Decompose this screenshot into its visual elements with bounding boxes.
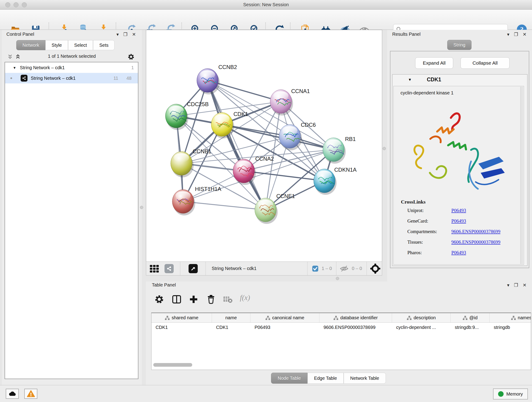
column-header-description[interactable]: description — [392, 313, 451, 322]
network-collection-label: String Network – cdk1 — [20, 65, 65, 70]
panel-close-icon[interactable]: ✕ — [132, 32, 136, 37]
delete-column-button[interactable] — [206, 294, 216, 305]
column-header-@id[interactable]: @id — [451, 313, 490, 322]
table-cell-description[interactable]: cyclin-dependent ... — [392, 325, 451, 330]
panel-collapse-icon[interactable]: ▾ — [116, 32, 119, 37]
panel-close-icon[interactable]: ✕ — [523, 32, 526, 37]
network-node-CCNB1[interactable]: CCNB1 — [171, 148, 211, 177]
network-view-toolbar: String Network – cdk1 1 – 0 0 – 0 — [146, 262, 382, 275]
crosslink-label: Uniprot: — [407, 208, 424, 213]
network-node-CDC25B[interactable]: CDC25B — [165, 101, 209, 130]
panel-float-icon[interactable]: ❐ — [514, 32, 518, 37]
panel-float-icon[interactable]: ❐ — [123, 32, 127, 37]
network-node-CCNB2[interactable]: CCNB2 — [197, 64, 237, 95]
crosslink-link[interactable]: P06493 — [451, 218, 466, 224]
network-node-CCNE1[interactable]: CCNE1 — [255, 193, 295, 224]
left-splitter-handle[interactable] — [140, 206, 143, 209]
gene-details: cyclin-dependent kinase 1 — [393, 86, 524, 265]
add-column-button[interactable] — [189, 294, 199, 305]
selected-checkbox-icon[interactable] — [312, 265, 318, 272]
network-node-CDK1[interactable]: CDK1 — [211, 111, 248, 138]
tab-sets[interactable]: Sets — [93, 40, 114, 50]
column-header-shared-name[interactable]: shared name — [152, 313, 212, 322]
tab-select[interactable]: Select — [68, 40, 93, 50]
network-node-RB1[interactable]: RB1 — [323, 136, 356, 164]
shared-column-icon — [462, 316, 468, 320]
hidden-count: 0 – 0 — [352, 266, 362, 271]
bottom-splitter-handle[interactable] — [336, 277, 339, 280]
node-count: 11 — [114, 76, 118, 81]
tab-edge-table[interactable]: Edge Table — [307, 373, 344, 384]
crosshair-icon[interactable] — [370, 263, 380, 274]
edge-count: 48 — [127, 76, 132, 81]
apply-function-button[interactable]: f(x) — [240, 293, 250, 302]
expand-all-button[interactable]: Expand All — [415, 57, 453, 69]
panel-float-icon[interactable]: ❐ — [514, 282, 518, 288]
column-header-name[interactable]: name — [212, 313, 250, 322]
table-cell-database-identifier[interactable]: 9606.ENSP00000378699 — [319, 325, 392, 330]
gear-icon[interactable] — [127, 53, 135, 61]
show-columns-button[interactable] — [172, 294, 182, 305]
gene-section: ▼ CDK1 cyclin-dependent kinase 1 — [392, 74, 527, 266]
network-graph[interactable]: CCNB2CCNA1CDC25BCDK1CDC6RB1CCNB1CCNA2CDK… — [146, 30, 382, 261]
column-header-namespace[interactable]: namespace — [490, 313, 531, 322]
network-node-CDKN1A[interactable]: CDKN1A — [314, 167, 356, 195]
tab-network[interactable]: Network — [16, 40, 45, 50]
crosslink-link[interactable]: P06493 — [451, 250, 466, 255]
node-table: shared namenamecanonical namedatabase id… — [151, 313, 531, 370]
crosslink-link[interactable]: P06493 — [451, 208, 466, 213]
table-cell-shared-name[interactable]: CDK1 — [152, 325, 212, 330]
table-cell-name[interactable]: CDK1 — [212, 325, 250, 330]
table-cell-namespace[interactable]: stringdb — [490, 325, 531, 330]
section-expander-icon[interactable]: ▼ — [408, 78, 412, 82]
collapse-all-button[interactable]: Collapse All — [461, 57, 510, 69]
network-view-canvas[interactable]: CCNB2CCNA1CDC25BCDK1CDC6RB1CCNB1CCNA2CDK… — [146, 30, 382, 262]
network-share-view-icon[interactable] — [165, 264, 174, 273]
panel-close-icon[interactable]: ✕ — [523, 282, 526, 288]
tab-node-table[interactable]: Node Table — [271, 373, 307, 384]
memory-button[interactable]: Memory — [493, 389, 528, 400]
panel-collapse-icon[interactable]: ▾ — [507, 32, 509, 37]
crosslinks-list: Uniprot:P06493GeneCard:P06493Compartment… — [407, 208, 517, 260]
network-row[interactable]: ● String Network – cdk1 11 48 — [5, 73, 138, 83]
crosslink-link[interactable]: 9606.ENSP00000378699 — [451, 229, 500, 235]
title-bar: Session: New Session — [0, 0, 532, 10]
horizontal-scrollbar[interactable] — [153, 363, 192, 367]
hidden-eye-slash-icon[interactable] — [340, 265, 349, 272]
column-header-database-identifier[interactable]: database identifier — [319, 313, 392, 322]
control-panel-title: Control Panel — [6, 32, 34, 37]
birdseye-view-icon[interactable] — [189, 264, 198, 273]
grid-view-icon[interactable] — [149, 264, 160, 273]
network-type-icon — [21, 75, 27, 82]
column-header-label: name — [225, 315, 237, 320]
panel-collapse-icon[interactable]: ▾ — [507, 282, 509, 288]
node-label-CCNB1: CCNB1 — [193, 148, 211, 154]
tab-network-table[interactable]: Network Table — [344, 373, 386, 384]
crosslinks-title: CrossLinks — [401, 199, 425, 205]
crosslink-link[interactable]: 9606.ENSP00000378699 — [451, 239, 500, 245]
warning-button[interactable] — [24, 389, 37, 399]
network-collection-row[interactable]: ▼ String Network – cdk1 1 — [5, 62, 138, 73]
results-scrollbar[interactable] — [520, 87, 523, 264]
right-splitter-handle[interactable] — [383, 147, 386, 150]
crosslink-row: Compartments:9606.ENSP00000378699 — [407, 229, 517, 239]
tab-style[interactable]: Style — [45, 40, 68, 50]
delete-table-button[interactable] — [223, 296, 233, 304]
table-row[interactable]: CDK1CDK1P064939606.ENSP00000378699cyclin… — [152, 323, 531, 332]
table-settings-button[interactable] — [154, 294, 164, 305]
tree-expander-icon[interactable]: ▼ — [13, 66, 16, 70]
tab-string[interactable]: String — [447, 40, 472, 50]
gene-description: cyclin-dependent kinase 1 — [400, 90, 453, 96]
crosslink-label: GeneCard: — [407, 218, 428, 224]
network-node-CDC6[interactable]: CDC6 — [279, 122, 316, 150]
columns-icon — [172, 294, 182, 304]
network-node-CCNA1[interactable]: CCNA1 — [270, 88, 310, 115]
column-header-canonical-name[interactable]: canonical name — [250, 313, 319, 322]
application-window: Session: New Session — [0, 0, 532, 402]
table-cell-canonical-name[interactable]: P06493 — [250, 325, 319, 330]
node-label-CCNA2: CCNA2 — [255, 156, 274, 162]
table-cell-@id[interactable]: stringdb:9... — [451, 325, 490, 330]
network-node-HIST1H1A[interactable]: HIST1H1A — [172, 186, 221, 216]
cloud-button[interactable] — [6, 389, 19, 399]
column-header-label: shared name — [172, 315, 198, 320]
